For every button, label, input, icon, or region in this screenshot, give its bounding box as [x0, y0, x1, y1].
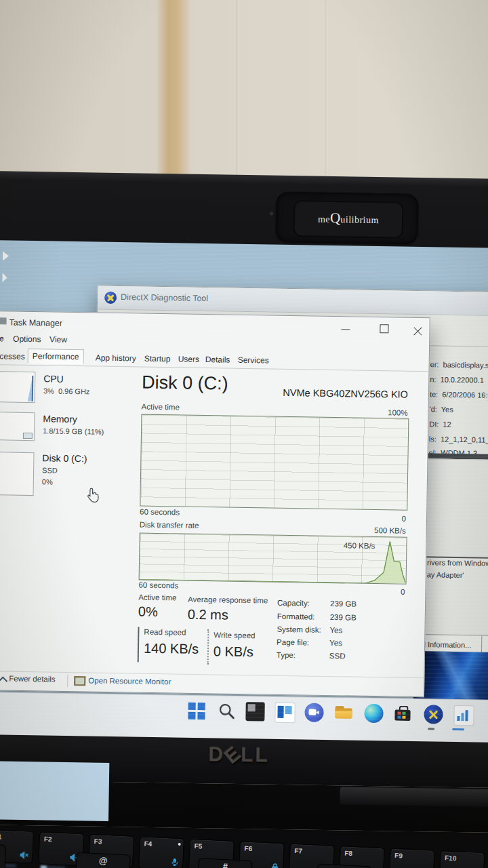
tab-processes-fragment[interactable]: ocesses [0, 349, 29, 363]
fewer-details-button[interactable]: Fewer details [9, 675, 56, 684]
info-formatted-label: Formatted: [277, 612, 315, 621]
avg-response-stat-value: 0.2 ms [188, 607, 228, 623]
info-type-label: Type: [277, 651, 296, 659]
dxdiag-info-line: er: basicdisplay.sys [430, 360, 488, 370]
tab-performance[interactable]: Performance [28, 349, 84, 364]
disk-rate-min-label: 0 [337, 587, 405, 596]
sidebar-selection-highlight [0, 761, 109, 821]
sidebar-disk-type: SSD [42, 466, 58, 474]
footer-separator [67, 675, 68, 687]
info-page-file-value: Yes [329, 639, 342, 647]
maximize-button[interactable] [373, 321, 394, 335]
dxdiag-titlebar[interactable]: DirectX Diagnostic Tool [98, 286, 488, 316]
menu-file-fragment[interactable]: e [0, 334, 4, 343]
minimize-button[interactable] [336, 321, 356, 334]
lock-icon [270, 863, 280, 868]
menu-view[interactable]: View [49, 334, 67, 344]
menu-options[interactable]: Options [13, 334, 41, 344]
mic-mute-icon [170, 858, 180, 867]
active-time-stat-label: Active time [138, 593, 176, 602]
task-manager-window: Task Manager e Options View ocesses Perf… [0, 311, 430, 697]
cpu-spark [28, 376, 33, 401]
tab-services[interactable]: Services [234, 353, 273, 368]
key-fragment-left [0, 843, 6, 868]
start-button[interactable] [186, 701, 205, 720]
disk-rate-max-label: 500 KB/s [338, 526, 406, 535]
windows-start-icon [186, 701, 205, 721]
resource-monitor-icon [74, 676, 85, 686]
desktop-icon-fragment [3, 251, 9, 260]
sidebar-cpu-detail: 3% 0.96 GHz [43, 387, 90, 395]
disk-transfer-rate-chart: 450 KB/s [139, 533, 407, 585]
close-button[interactable] [407, 322, 428, 336]
dark-app-icon[interactable] [245, 702, 264, 721]
microsoft-store-icon[interactable] [393, 705, 412, 724]
active-time-chart [140, 414, 409, 511]
info-capacity-value: 239 GB [330, 599, 357, 608]
tab-users[interactable]: Users [174, 352, 204, 366]
window-app-icon[interactable] [274, 703, 295, 723]
dxdiag-notes-line: rivers from Windows [427, 558, 488, 568]
tab-details[interactable]: Details [201, 353, 235, 367]
dxdiag-info-line: te: 6/20/2006 16:0 [430, 390, 488, 399]
write-speed-value: 0 KB/s [214, 644, 253, 660]
memory-mini-chart [0, 412, 35, 441]
cpu-mini-chart [0, 371, 35, 403]
active-time-max-label: 100% [340, 408, 407, 417]
tab-app-history[interactable]: App history [92, 351, 140, 365]
taskbar [0, 692, 488, 743]
disk-rate-x-label: 60 seconds [138, 581, 178, 590]
tab-startup[interactable]: Startup [140, 352, 175, 366]
dxdiag-notes-box [424, 458, 488, 559]
active-time-min-label: 0 [338, 513, 406, 523]
task-manager-app-icon-fragment [0, 317, 7, 324]
info-system-disk-value: Yes [329, 626, 342, 634]
mic-mute-led [178, 843, 181, 846]
sidebar-disk-usage: 0% [42, 477, 53, 486]
search-icon[interactable] [217, 701, 236, 720]
dxdiag-info-line: ls: 12_1,12_0,11_ [429, 435, 488, 443]
active-time-chart-label: Active time [142, 403, 180, 412]
file-explorer-icon[interactable] [334, 703, 353, 722]
laptop: meQuilibrium DirectX Diagnostic Tool er:… [0, 0, 488, 868]
memory-composition-strip [23, 433, 33, 439]
collapse-icon [0, 676, 7, 686]
key-2-symbol: @ [75, 852, 131, 868]
read-speed-rule [138, 627, 140, 663]
open-resource-monitor-link[interactable]: Open Resource Monitor [88, 676, 171, 686]
read-speed-label: Read speed [144, 628, 186, 637]
avg-response-stat-label: Average response time [188, 595, 268, 605]
disk-device-name: NVMe KBG40ZNV256G KIO [199, 386, 408, 400]
teams-chat-icon[interactable] [304, 703, 323, 722]
dxdiag-groupbox-edge [430, 345, 488, 347]
task-manager-running-indicator [452, 728, 464, 730]
write-speed-label: Write speed [214, 631, 255, 639]
read-speed-value: 140 KB/s [144, 641, 199, 657]
key-f4: F4 [138, 836, 184, 868]
hand-cursor [86, 486, 100, 502]
desktop-icon-fragment [2, 273, 7, 282]
active-time-x-label: 60 seconds [140, 508, 180, 517]
dxdiag-info-line: DI: 12 [429, 420, 451, 429]
dxdiag-window-title: DirectX Diagnostic Tool [121, 292, 208, 303]
edge-icon[interactable] [364, 704, 383, 723]
photo-of-laptop: meQuilibrium DirectX Diagnostic Tool er:… [0, 0, 488, 868]
dxdiag-running-indicator [428, 728, 434, 730]
info-page-file-label: Page file: [277, 638, 309, 647]
key-f9: F9 [388, 848, 434, 868]
disk-mini-chart [0, 452, 35, 496]
active-time-stat-value: 0% [138, 604, 158, 620]
sidebar-disk-label: Disk 0 (C:) [42, 452, 87, 464]
info-type-value: SSD [329, 652, 346, 660]
info-system-disk-label: System disk: [277, 625, 321, 634]
disk-rate-chart-label: Disk transfer rate [140, 521, 199, 530]
mute-icon [20, 851, 29, 861]
sidebar-cpu-label: CPU [43, 373, 64, 384]
dxdiag-notes-line: ay Adapter' [427, 570, 464, 579]
info-capacity-label: Capacity: [277, 599, 310, 608]
disk-rate-svg [140, 534, 407, 584]
task-manager-taskbar-icon[interactable] [453, 705, 474, 726]
dxdiag-taskbar-icon[interactable] [424, 705, 443, 724]
disk-rate-annotation: 450 KB/s [344, 541, 375, 550]
task-manager-title: Task Manager [9, 318, 62, 328]
